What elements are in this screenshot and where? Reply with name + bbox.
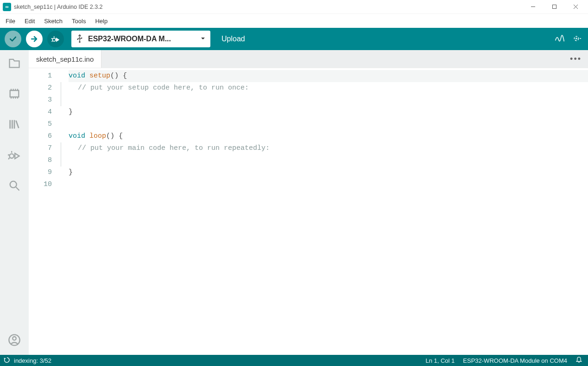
editor-code-area[interactable]: void setup() {// put your setup code her… bbox=[56, 68, 588, 355]
board-name: ESP32-WROOM-DA M... bbox=[88, 35, 171, 43]
window-close-button[interactable] bbox=[565, 0, 586, 14]
indexing-spinner-icon bbox=[4, 357, 10, 365]
upload-button[interactable] bbox=[26, 31, 43, 47]
editor-tab-bar: sketch_sep11c.ino ••• bbox=[29, 50, 588, 68]
menu-sketch[interactable]: Sketch bbox=[39, 14, 67, 28]
svg-rect-3 bbox=[81, 37, 82, 39]
menu-bar: File Edit Sketch Tools Help bbox=[0, 14, 588, 28]
status-cursor-position[interactable]: Ln 1, Col 1 bbox=[425, 357, 455, 364]
toolbar: ESP32-WROOM-DA M... Upload bbox=[0, 28, 588, 50]
svg-point-10 bbox=[10, 181, 17, 188]
svg-point-9 bbox=[10, 154, 14, 158]
main-area: sketch_sep11c.ino ••• 12345678910 void s… bbox=[0, 50, 588, 355]
code-editor[interactable]: 12345678910 void setup() {// put your se… bbox=[29, 68, 588, 355]
activity-bar bbox=[0, 50, 29, 355]
window-titlebar: ∞ sketch_sep11c | Arduino IDE 2.3.2 bbox=[0, 0, 588, 14]
editor-tab-active[interactable]: sketch_sep11c.ino bbox=[29, 50, 101, 68]
svg-rect-8 bbox=[10, 90, 19, 97]
usb-icon bbox=[76, 34, 83, 45]
status-indexing: indexing: 3/52 bbox=[14, 357, 51, 364]
sidebar-search-button[interactable] bbox=[7, 178, 22, 193]
sidebar-boards-manager-button[interactable] bbox=[7, 86, 22, 101]
window-minimize-button[interactable] bbox=[522, 0, 544, 14]
svg-point-4 bbox=[79, 41, 80, 42]
menu-tools[interactable]: Tools bbox=[67, 14, 90, 28]
verify-button[interactable] bbox=[5, 31, 21, 47]
editor-gutter: 12345678910 bbox=[29, 68, 56, 355]
window-maximize-button[interactable] bbox=[544, 0, 565, 14]
svg-point-6 bbox=[575, 38, 577, 39]
window-controls bbox=[522, 0, 586, 14]
serial-plotter-button[interactable] bbox=[555, 33, 565, 45]
app-icon: ∞ bbox=[3, 3, 11, 11]
menu-file[interactable]: File bbox=[1, 14, 20, 28]
editor-tab-more-button[interactable]: ••• bbox=[563, 54, 588, 64]
svg-rect-0 bbox=[552, 5, 556, 9]
debug-button[interactable] bbox=[47, 31, 64, 47]
serial-monitor-button[interactable] bbox=[571, 33, 582, 45]
menu-help[interactable]: Help bbox=[90, 14, 112, 28]
toolbar-upload-label: Upload bbox=[221, 35, 245, 43]
svg-point-2 bbox=[77, 39, 79, 40]
sidebar-debug-button[interactable] bbox=[7, 148, 22, 162]
status-bar: indexing: 3/52 Ln 1, Col 1 ESP32-WROOM-D… bbox=[0, 355, 588, 366]
window-title: sketch_sep11c | Arduino IDE 2.3.2 bbox=[14, 4, 103, 10]
editor-column: sketch_sep11c.ino ••• 12345678910 void s… bbox=[29, 50, 588, 355]
status-board-port[interactable]: ESP32-WROOM-DA Module on COM4 bbox=[463, 357, 567, 364]
sidebar-account-button[interactable] bbox=[7, 333, 22, 347]
sidebar-sketchbook-button[interactable] bbox=[7, 56, 22, 71]
notifications-button[interactable] bbox=[575, 356, 582, 365]
board-selector[interactable]: ESP32-WROOM-DA M... bbox=[71, 31, 210, 47]
chevron-down-icon bbox=[200, 36, 206, 43]
menu-edit[interactable]: Edit bbox=[20, 14, 39, 28]
sidebar-library-manager-button[interactable] bbox=[7, 117, 22, 132]
svg-point-12 bbox=[13, 337, 16, 340]
svg-point-1 bbox=[52, 38, 56, 41]
